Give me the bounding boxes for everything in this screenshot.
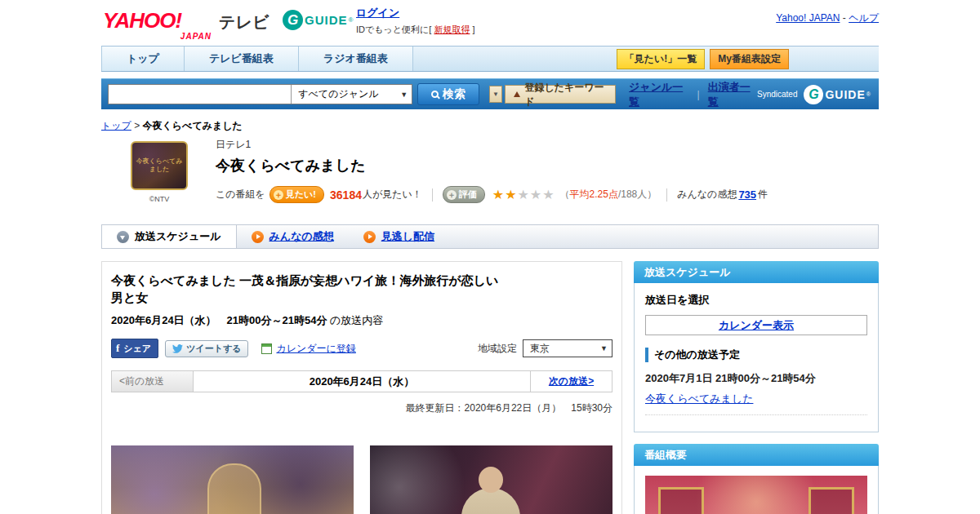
tab-broadcast-schedule[interactable]: 放送スケジュール — [102, 225, 237, 248]
calendar-view-box: カレンダー表示 — [645, 315, 867, 335]
sidebar-schedule-header: 放送スケジュール — [634, 261, 879, 283]
episode-panel: 今夜くらべてみました 一茂＆指原が妄想ハワイ旅！海外旅行が恋しい男と女 2020… — [101, 261, 622, 514]
broadcast-datetime: 2020年6月24日（水） 21時00分～21時54分 の放送内容 — [111, 313, 612, 328]
yahoo-japan-tv-logo[interactable]: YAHOO! JAPAN — [103, 8, 213, 33]
login-note: IDでもっと便利に[ 新規取得 ] — [356, 24, 475, 36]
want-label: この番組を — [216, 188, 265, 202]
genre-list-link[interactable]: ジャンル一覧 — [629, 80, 689, 109]
next-air-item: 今夜くらべてみました — [645, 391, 867, 415]
prev-broadcast-button[interactable]: <前の放送 — [112, 371, 194, 392]
episode-photo-1 — [111, 445, 354, 514]
facebook-icon: f — [116, 342, 119, 355]
search-input[interactable] — [109, 85, 291, 104]
gguide-logo-small: G GUIDE ® — [804, 85, 871, 104]
last-updated: 最終更新日：2020年6月22日（月） 15時30分 — [111, 401, 612, 415]
program-logo-image: 今夜くらべてみました — [131, 141, 188, 190]
episode-photos — [111, 445, 612, 514]
yahoo-japan-link[interactable]: Yahoo! JAPAN — [776, 12, 840, 24]
divider — [666, 188, 667, 202]
impressions-count-link[interactable]: 735 — [738, 188, 756, 201]
main-area: 今夜くらべてみました 一茂＆指原が妄想ハワイ旅！海外旅行が恋しい男と女 2020… — [101, 261, 879, 514]
program-stats-row: この番組を ＋ 見たい! 36184 人が見たい！ ＋ 評価 ★★★★★ （平均… — [216, 186, 879, 203]
program-header: 今夜くらべてみました ©NTV 日テレ1 今夜くらべてみました この番組を ＋ … — [101, 138, 879, 213]
stars-empty: ★★★ — [518, 188, 555, 202]
tab-impressions[interactable]: みんなの感想 — [237, 225, 349, 248]
impressions-suffix: 件 — [758, 188, 768, 202]
keyword-flag-icon — [514, 91, 520, 97]
nav-right-buttons: 「見たい!」一覧 My番組表設定 — [617, 47, 789, 71]
play-icon — [363, 231, 376, 243]
region-select[interactable]: 東京 ▼ — [523, 339, 612, 357]
sidebar-schedule-box: 放送日を選択 カレンダー表示 その他の放送予定 2020年7月1日 21時00分… — [634, 283, 879, 432]
gguide-logo: G GUIDE ® — [283, 10, 353, 30]
breadcrumb-current: 今夜くらべてみました — [143, 120, 243, 131]
tv-service-label: テレビ — [219, 11, 269, 33]
keyword-dropdown-button[interactable]: ▼ — [489, 86, 503, 103]
next-air-title-link[interactable]: 今夜くらべてみました — [645, 392, 753, 405]
calendar-icon — [261, 343, 272, 354]
chevron-down-icon — [117, 231, 129, 243]
nav-tab-top[interactable]: トップ — [101, 47, 185, 71]
content-tabs: 放送スケジュール みんなの感想 見逃し配信 — [101, 224, 879, 249]
header-links: Yahoo! JAPAN - ヘルプ — [776, 11, 879, 25]
sidebar-overview-header: 番組概要 — [634, 444, 879, 466]
divider — [432, 188, 433, 202]
play-icon — [252, 231, 264, 243]
nav-tab-tv-guide[interactable]: テレビ番組表 — [185, 47, 299, 71]
facebook-share-button[interactable]: f シェア — [111, 339, 158, 358]
want-count: 36184 — [330, 188, 362, 202]
my-guide-settings-button[interactable]: My番組表設定 — [710, 49, 789, 69]
twitter-share-button[interactable]: ツイートする — [165, 340, 248, 357]
star-rating: ★★★★★ — [492, 187, 555, 202]
chevron-down-icon: ▼ — [400, 91, 408, 99]
sidebar: 放送スケジュール 放送日を選択 カレンダー表示 その他の放送予定 2020年7月… — [634, 261, 879, 514]
program-overview-photo — [645, 476, 867, 514]
calendar-register: カレンダーに登録 — [261, 342, 355, 356]
gguide-g-icon: G — [804, 85, 823, 104]
registered-keywords-button[interactable]: 登録したキーワード — [505, 85, 616, 104]
search-box: すべてのジャンル ▼ — [108, 84, 412, 104]
syndicated-label: Syndicated — [757, 90, 797, 99]
mitai-list-button[interactable]: 「見たい!」一覧 — [617, 49, 706, 69]
rate-button[interactable]: ＋ 評価 — [443, 186, 485, 203]
login-link[interactable]: ログイン — [356, 7, 399, 19]
region-setting: 地域設定 東京 ▼ — [478, 339, 612, 357]
plus-icon: ＋ — [274, 190, 283, 200]
next-broadcast-link[interactable]: 次の放送> — [549, 374, 594, 388]
genre-select[interactable]: すべてのジャンル ▼ — [291, 85, 412, 104]
broadcast-date-nav: <前の放送 2020年6月24日（水） 次の放送> — [111, 370, 612, 392]
current-broadcast-date: 2020年6月24日（水） — [194, 371, 530, 392]
other-schedule-label: その他の放送予定 — [645, 348, 867, 362]
region-label: 地域設定 — [478, 342, 517, 356]
sidebar-overview-box — [634, 466, 879, 514]
plus-icon: ＋ — [447, 190, 457, 200]
calendar-view-link[interactable]: カレンダー表示 — [719, 318, 794, 333]
impressions-label: みんなの感想 — [677, 188, 737, 202]
search-bar: すべてのジャンル ▼ 検索 ▼ 登録したキーワード ジャンル一覧 | 出演者一覧… — [101, 78, 879, 109]
chevron-down-icon: ▼ — [492, 91, 499, 98]
channel-label: 日テレ1 — [216, 138, 879, 152]
login-block: ログイン IDでもっと便利に[ 新規取得 ] — [356, 5, 475, 36]
breadcrumb-home-link[interactable]: トップ — [101, 120, 131, 131]
select-date-label: 放送日を選択 — [645, 293, 867, 308]
yahoo-logo-text: YAHOO! — [103, 8, 181, 33]
help-link[interactable]: ヘルプ — [849, 12, 879, 24]
cast-list-link[interactable]: 出演者一覧 — [708, 80, 757, 109]
calendar-register-link[interactable]: カレンダーに登録 — [276, 342, 355, 356]
want-suffix: 人が見たい！ — [363, 188, 422, 202]
new-id-link[interactable]: 新規取得 — [434, 24, 470, 34]
yahoo-japan-text: JAPAN — [180, 32, 212, 41]
next-air-datetime: 2020年7月1日 21時00分～21時54分 — [645, 371, 867, 386]
search-button[interactable]: 検索 — [417, 83, 479, 105]
primary-nav: トップ テレビ番組表 ラジオ番組表 「見たい!」一覧 My番組表設定 — [101, 46, 879, 72]
rating-average: （平均2.25点/188人） — [560, 188, 657, 202]
chevron-down-icon: ▼ — [600, 344, 608, 352]
search-icon — [431, 91, 439, 98]
want-to-watch-button[interactable]: ＋ 見たい! — [270, 186, 324, 203]
link-separator: | — [697, 89, 700, 100]
next-broadcast-cell: 次の放送> — [530, 371, 612, 392]
tab-catchup[interactable]: 見逃し配信 — [349, 225, 449, 248]
page: YAHOO! JAPAN テレビ G GUIDE ® ログイン IDでもっと便利… — [0, 0, 980, 514]
nav-tab-radio-guide[interactable]: ラジオ番組表 — [299, 47, 413, 71]
site-header: YAHOO! JAPAN テレビ G GUIDE ® ログイン IDでもっと便利… — [101, 0, 879, 46]
